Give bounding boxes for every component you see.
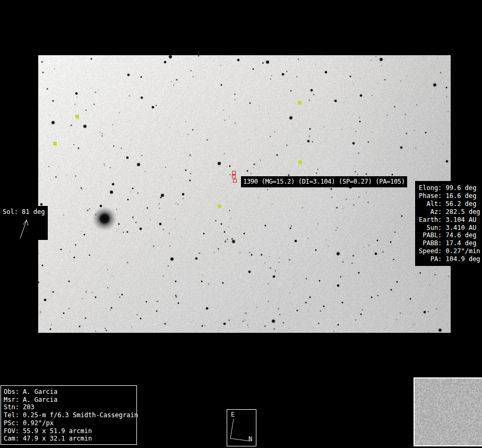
- compass-east-label: E: [231, 411, 235, 418]
- target-object-marker[interactable]: [232, 171, 236, 175]
- compass-rose: E N: [227, 409, 256, 446]
- zoom-thumbnail: [414, 377, 482, 446]
- observer-line: Cam: 47.9 x 32.1 arcmin: [4, 435, 136, 443]
- observer-line: Tel: 0.25-m f/6.3 Smidth-Cassegrain: [4, 411, 136, 419]
- observer-panel: Obs: A. GarciaMsr: A. GarciaStn: Z03Tel:…: [1, 385, 137, 445]
- ephemeris-line: PABB: 17.4 deg: [419, 239, 482, 247]
- ephemeris-line: Speed: 0.27"/min: [419, 247, 482, 255]
- reference-star-marker: [218, 204, 221, 208]
- ephemeris-line: PABL: 74.6 deg: [419, 231, 482, 239]
- ephemeris-line: Alt: 56.2 deg: [419, 200, 482, 208]
- observer-line: PSc: 0.92"/px: [4, 419, 136, 427]
- ephemeris-line: PA: 104.9 deg: [419, 255, 482, 263]
- sun-direction-arrow-icon: [0, 206, 48, 240]
- observer-line: Msr: A. Garcia: [4, 396, 136, 404]
- ephemeris-panel: Elong: 99.6 degPhase: 16.6 deg Alt: 56.2…: [415, 181, 482, 266]
- compass-north-label: N: [248, 435, 252, 443]
- sun-direction-indicator: Sol: 81 deg: [0, 206, 48, 240]
- ephemeris-line: Elong: 99.6 deg: [419, 184, 482, 192]
- screen: { "object_label": { "text": "1390 (MG=15…: [0, 0, 482, 448]
- reference-star-marker: [75, 115, 79, 118]
- ephemeris-line: Phase: 16.6 deg: [419, 192, 482, 200]
- ephemeris-line: Earth: 3.104 AU: [419, 216, 482, 224]
- ephemeris-line: Sun: 3.410 AU: [419, 224, 482, 232]
- star-field-canvas[interactable]: [38, 55, 451, 333]
- observer-line: Obs: A. Garcia: [4, 388, 136, 396]
- zoom-thumbnail-canvas: [415, 378, 482, 445]
- observer-line: Stn: Z03: [4, 403, 136, 411]
- target-marker-tick: [235, 178, 235, 179]
- star-field-image[interactable]: [38, 55, 451, 333]
- reference-star-marker: [298, 160, 302, 164]
- ephemeris-line: Az: 282.5 deg: [419, 208, 482, 216]
- reference-star-marker: [298, 101, 302, 105]
- target-object-marker[interactable]: [233, 179, 237, 183]
- object-label: 1390 (MG=15.2) (DI=3.104) (SP=0.27) (PA=…: [241, 176, 407, 187]
- observer-line: FOV: 55.9 x 51.9 arcmin: [4, 427, 136, 435]
- reference-star-marker: [53, 142, 57, 145]
